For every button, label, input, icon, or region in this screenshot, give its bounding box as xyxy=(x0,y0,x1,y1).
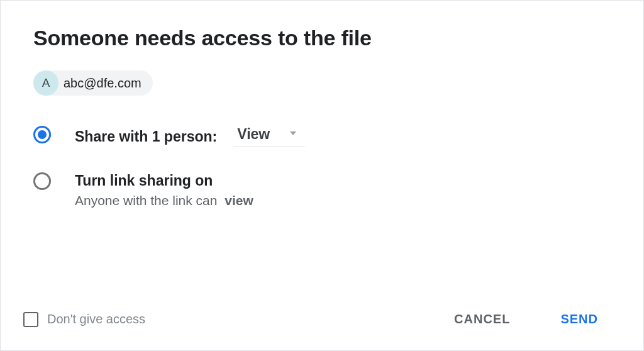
people-row: A abc@dfe.com xyxy=(33,70,611,96)
access-request-dialog: Someone needs access to the file A abc@d… xyxy=(0,0,644,351)
avatar-initial: A xyxy=(42,76,50,90)
option-link-subtext-permission: view xyxy=(225,193,253,208)
option-link-body: Turn link sharing on Anyone with the lin… xyxy=(75,172,253,208)
person-email: abc@dfe.com xyxy=(64,76,142,91)
option-share-row: Share with 1 person: View xyxy=(33,126,611,147)
permission-select-value: View xyxy=(237,126,270,142)
options: Share with 1 person: View Turn link shar… xyxy=(33,126,611,208)
option-share-body: Share with 1 person: View xyxy=(75,126,305,147)
radio-share-with-person[interactable] xyxy=(33,126,51,143)
person-chip[interactable]: A abc@dfe.com xyxy=(33,70,153,96)
option-link-subtext-prefix: Anyone with the link can xyxy=(75,193,217,208)
dialog-title: Someone needs access to the file xyxy=(33,26,611,50)
dont-give-access-label: Don't give access xyxy=(47,312,145,326)
send-button[interactable]: Send xyxy=(549,306,609,333)
avatar: A xyxy=(33,70,58,96)
option-link-row: Turn link sharing on Anyone with the lin… xyxy=(33,172,611,208)
cancel-button[interactable]: Cancel xyxy=(443,306,521,333)
dialog-content: Someone needs access to the file A abc@d… xyxy=(1,1,643,208)
permission-select[interactable]: View xyxy=(233,126,305,147)
action-bar: Don't give access Cancel Send xyxy=(1,306,643,333)
option-link-subtext: Anyone with the link can view xyxy=(75,193,253,208)
option-link-label: Turn link sharing on xyxy=(75,172,213,189)
radio-link-sharing[interactable] xyxy=(33,172,51,190)
dont-give-access-checkbox[interactable] xyxy=(23,312,38,327)
option-share-label: Share with 1 person: xyxy=(75,128,217,145)
chevron-down-icon xyxy=(287,131,299,138)
